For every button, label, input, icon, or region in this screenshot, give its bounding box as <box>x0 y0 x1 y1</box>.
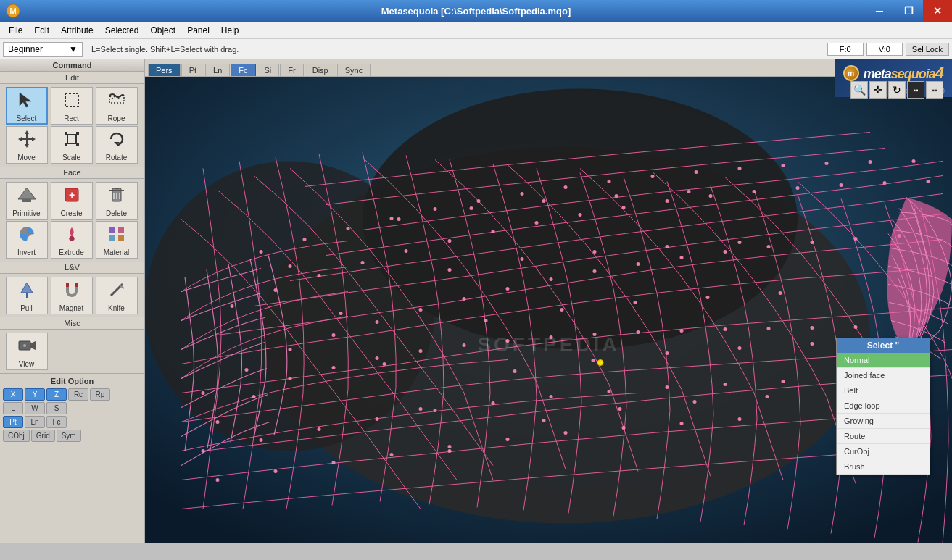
display-icon2[interactable]: ▪▪ <box>926 81 943 99</box>
eo-fc[interactable]: Fc <box>46 416 67 428</box>
tool-scale[interactable]: Scale <box>51 126 93 164</box>
tab-disp[interactable]: Disp <box>305 64 336 76</box>
tool-invert[interactable]: Invert <box>6 221 48 259</box>
create-label: Create <box>60 209 82 217</box>
orbit-icon[interactable]: ↻ <box>888 81 906 99</box>
window-title: Metasequoia [C:\Softpedia\Softpedia.mqo] <box>381 6 571 17</box>
svg-point-122 <box>216 478 220 482</box>
restore-button[interactable]: ❐ <box>894 0 923 22</box>
ctx-brush[interactable]: Brush <box>837 459 930 475</box>
minimize-button[interactable]: ─ <box>865 0 894 22</box>
eo-grid[interactable]: Grid <box>31 430 55 442</box>
tool-rotate[interactable]: Rotate <box>96 126 138 164</box>
eo-z[interactable]: Z <box>46 388 67 401</box>
sel-lock-button[interactable]: Sel Lock <box>906 43 949 56</box>
eo-l[interactable]: L <box>3 402 23 414</box>
eo-s[interactable]: S <box>46 402 67 414</box>
canvas-area[interactable]: SOFTPEDIA Select " Normal Joined face Be… <box>145 77 952 543</box>
scale-icon <box>62 129 82 152</box>
tool-primitive[interactable]: Primitive <box>6 182 48 220</box>
tool-rope[interactable]: Rope <box>96 87 138 125</box>
eo-sym[interactable]: Sym <box>57 430 81 442</box>
menu-help[interactable]: Help <box>215 24 245 37</box>
rope-label: Rope <box>108 114 125 122</box>
svg-point-58 <box>811 326 814 330</box>
tab-si[interactable]: Si <box>257 64 280 76</box>
tool-knife[interactable]: Knife <box>96 277 138 314</box>
svg-text:+: + <box>68 189 74 201</box>
face-count: F:0 <box>827 43 864 56</box>
svg-point-126 <box>448 445 452 448</box>
menu-file[interactable]: File <box>3 24 28 37</box>
move-icon <box>17 129 37 152</box>
tab-ln[interactable]: Ln <box>205 64 230 76</box>
tab-fr[interactable]: Fr <box>280 64 303 76</box>
primitive-icon <box>17 185 37 208</box>
misc-title: Misc <box>0 317 144 330</box>
tab-pers[interactable]: Pers <box>148 64 181 76</box>
delete-icon <box>107 185 127 208</box>
svg-point-105 <box>738 167 742 170</box>
tool-move[interactable]: Move <box>6 126 48 164</box>
tool-select[interactable]: Select <box>6 87 48 125</box>
tool-extrude[interactable]: Extrude <box>51 221 93 259</box>
eo-pt[interactable]: Pt <box>3 416 23 428</box>
svg-rect-34 <box>75 283 78 287</box>
menu-edit[interactable]: Edit <box>28 24 55 37</box>
svg-point-54 <box>637 330 640 334</box>
beginner-select[interactable]: Beginner ▼ <box>3 42 83 57</box>
menu-attribute[interactable]: Attribute <box>55 24 99 37</box>
eo-x[interactable]: X <box>3 388 23 401</box>
svg-point-87 <box>666 199 669 203</box>
svg-point-149 <box>634 301 637 304</box>
tool-pull[interactable]: Pull <box>6 277 48 314</box>
zoom-icon[interactable]: 🔍 <box>850 81 868 99</box>
close-button[interactable]: ✕ <box>923 0 952 22</box>
ctx-route[interactable]: Route <box>837 429 930 444</box>
magnet-label: Magnet <box>59 304 83 312</box>
eo-cobj[interactable]: CObj <box>3 430 30 442</box>
tool-rect[interactable]: Rect <box>51 87 93 125</box>
ctx-normal[interactable]: Normal <box>837 353 930 368</box>
tab-sync[interactable]: Sync <box>337 64 371 76</box>
tab-pt[interactable]: Pt <box>181 64 204 76</box>
eo-rc[interactable]: Rc <box>68 388 88 401</box>
svg-point-119 <box>724 383 727 386</box>
tool-material[interactable]: Material <box>96 221 138 259</box>
eo-row-1: X Y Z Rc Rp <box>3 388 141 401</box>
svg-point-147 <box>542 199 546 203</box>
pan-icon[interactable]: ✛ <box>869 81 887 99</box>
tool-view[interactable]: View <box>6 333 48 370</box>
svg-point-158 <box>738 241 742 244</box>
ctx-belt[interactable]: Belt <box>837 383 930 398</box>
menu-object[interactable]: Object <box>144 24 181 37</box>
tool-magnet[interactable]: Magnet <box>51 277 93 314</box>
svg-rect-30 <box>118 235 124 241</box>
tool-create[interactable]: + Create <box>51 182 93 220</box>
svg-point-62 <box>289 348 292 351</box>
tool-delete[interactable]: Delete <box>96 182 138 220</box>
ctx-joined[interactable]: Joined face <box>837 368 930 383</box>
svg-point-124 <box>332 461 336 464</box>
menu-selected[interactable]: Selected <box>99 24 145 37</box>
eo-rp[interactable]: Rp <box>90 388 110 401</box>
eo-w[interactable]: W <box>25 402 45 414</box>
svg-point-109 <box>912 159 916 163</box>
eo-y[interactable]: Y <box>25 388 45 401</box>
svg-point-115 <box>492 401 495 405</box>
svg-marker-31 <box>21 283 33 293</box>
eo-ln[interactable]: Ln <box>25 416 45 428</box>
tab-fc[interactable]: Fc <box>231 64 255 76</box>
ctx-growing[interactable]: Growing <box>837 414 930 429</box>
menu-panel[interactable]: Panel <box>181 24 215 37</box>
select-icon <box>17 90 37 113</box>
nav-icons: 🔍 ✛ ↻ ▪▪ ▪▪ <box>850 81 943 99</box>
ctx-curobj[interactable]: CurObj <box>837 444 930 459</box>
context-menu: Select " Normal Joined face Belt Edge lo… <box>836 338 930 475</box>
beginner-label: Beginner <box>8 44 43 54</box>
svg-point-148 <box>593 250 597 254</box>
ctx-edge-loop[interactable]: Edge loop <box>837 398 930 414</box>
svg-point-153 <box>666 245 669 248</box>
display-icon1[interactable]: ▪▪ <box>907 81 924 99</box>
svg-point-139 <box>484 319 488 322</box>
